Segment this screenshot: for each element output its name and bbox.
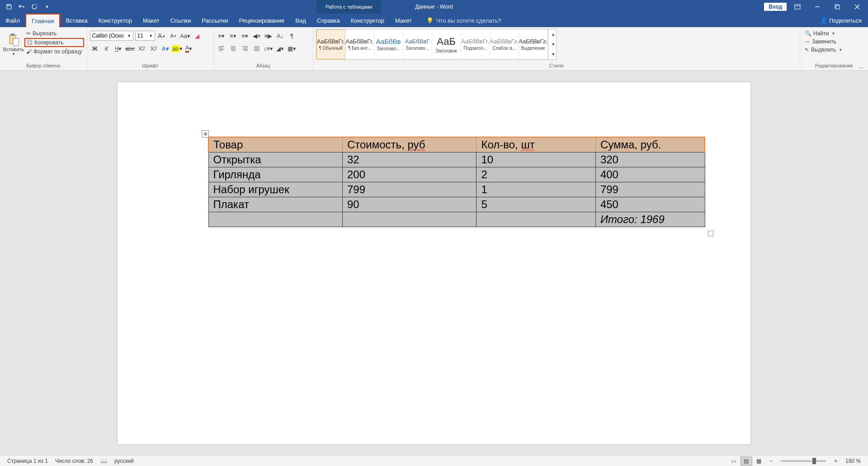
table-row[interactable]: Набор игрушек7991799: [208, 182, 705, 197]
style-nospacing[interactable]: АаБбВвГг,¶ Без инт...: [345, 29, 374, 59]
zoom-level[interactable]: 180 %: [842, 458, 864, 464]
login-button[interactable]: Вход: [764, 3, 787, 11]
increase-indent-icon[interactable]: ≡▶: [264, 31, 274, 41]
font-name-combo[interactable]: Calibri (Осно▼: [90, 31, 133, 41]
qat-customize-icon[interactable]: ▼: [42, 1, 52, 12]
clear-formatting-icon[interactable]: ◢: [192, 31, 202, 41]
styles-row-down-icon[interactable]: ▼: [548, 39, 558, 49]
show-marks-icon[interactable]: ¶: [287, 31, 297, 41]
tab-mailings[interactable]: Рассылки: [196, 14, 233, 27]
find-button[interactable]: 🔍Найти▼: [803, 30, 844, 37]
undo-icon[interactable]: [16, 1, 27, 12]
styles-gallery[interactable]: АаБбВвГг,¶ Обычный АаБбВвГг,¶ Без инт...…: [316, 29, 557, 60]
table-total-row[interactable]: Итого: 1969: [208, 212, 705, 227]
tab-view[interactable]: Вид: [290, 14, 311, 27]
table-row[interactable]: Гирлянда2002400: [208, 167, 705, 182]
grow-font-icon[interactable]: A▲: [157, 31, 167, 41]
highlight-icon[interactable]: ab▾: [172, 43, 182, 53]
align-center-icon[interactable]: [228, 43, 238, 53]
zoom-out-icon[interactable]: −: [766, 458, 776, 464]
web-layout-icon[interactable]: ▦: [753, 456, 765, 466]
close-icon[interactable]: [848, 0, 866, 14]
table-move-handle-icon[interactable]: ✥: [202, 130, 209, 138]
table-header-cell[interactable]: Товар: [208, 137, 342, 152]
font-color-icon[interactable]: A▾: [184, 43, 194, 53]
style-heading1[interactable]: АаБбВвЗаголово...: [374, 29, 403, 59]
table-resize-handle-icon[interactable]: [708, 231, 713, 236]
style-title[interactable]: АаБЗаголовок: [432, 29, 461, 59]
styles-more-icon[interactable]: ▼: [548, 49, 558, 59]
table-header-cell[interactable]: Стоимость, руб: [342, 137, 476, 152]
document-area[interactable]: ✥ Товар Стоимость, руб Кол-во, шт Сумма,…: [0, 71, 868, 455]
shrink-font-icon[interactable]: A▼: [169, 31, 179, 41]
copy-label: Копировать: [34, 39, 64, 46]
tab-table-layout[interactable]: Макет: [390, 14, 417, 27]
subscript-button[interactable]: X2: [137, 43, 147, 53]
multilevel-icon[interactable]: ≡▾: [240, 31, 250, 41]
collapse-ribbon-icon[interactable]: ︿: [859, 63, 864, 71]
tab-layout[interactable]: Макет: [137, 14, 165, 27]
cut-button[interactable]: ✂ Вырезать: [24, 30, 84, 37]
tab-home[interactable]: Главная: [25, 14, 60, 27]
status-page[interactable]: Страница 1 из 1: [4, 458, 52, 464]
superscript-button[interactable]: X2: [149, 43, 159, 53]
align-right-icon[interactable]: [240, 43, 250, 53]
style-normal[interactable]: АаБбВвГг,¶ Обычный: [316, 29, 345, 59]
data-table[interactable]: Товар Стоимость, руб Кол-во, шт Сумма, р…: [208, 137, 705, 227]
status-language[interactable]: русский: [111, 458, 137, 464]
style-subtitle[interactable]: АаБбВвГг,Подзагол...: [461, 29, 490, 59]
tab-references[interactable]: Ссылки: [165, 14, 197, 27]
align-left-icon[interactable]: [217, 43, 226, 53]
bullets-icon[interactable]: ≡▾: [217, 31, 226, 41]
justify-icon[interactable]: [252, 43, 262, 53]
tab-design[interactable]: Конструктор: [93, 14, 137, 27]
table-header-cell[interactable]: Сумма, руб.: [595, 137, 705, 152]
tab-table-design[interactable]: Конструктор: [345, 14, 390, 27]
paste-button[interactable]: Вставить ▼: [3, 29, 24, 60]
select-button[interactable]: ↖Выделить▼: [803, 46, 844, 53]
table-header-row[interactable]: Товар Стоимость, руб Кол-во, шт Сумма, р…: [208, 137, 705, 152]
zoom-in-icon[interactable]: +: [830, 458, 841, 464]
save-icon[interactable]: [4, 1, 14, 12]
redo-icon[interactable]: [29, 1, 40, 12]
tell-me-search[interactable]: 💡 Что вы хотите сделать?: [417, 14, 501, 27]
font-size-combo[interactable]: 11▼: [135, 31, 155, 41]
share-button[interactable]: 👤 Поделиться: [814, 14, 868, 27]
table-row[interactable]: Открытка3210320: [208, 152, 705, 167]
text-effects-icon[interactable]: A▾: [160, 43, 170, 53]
total-cell[interactable]: Итого: 1969: [595, 212, 705, 227]
tab-file[interactable]: Файл: [0, 14, 25, 27]
zoom-thumb[interactable]: [812, 458, 816, 464]
table-row[interactable]: Плакат905450: [208, 197, 705, 212]
tab-insert[interactable]: Вставка: [60, 14, 93, 27]
status-words[interactable]: Число слов: 26: [52, 458, 97, 464]
replace-button[interactable]: ↔Заменить: [803, 38, 844, 45]
tab-review[interactable]: Рецензирование: [234, 14, 290, 27]
numbering-icon[interactable]: ≡▾: [228, 31, 238, 41]
minimize-icon[interactable]: [808, 0, 826, 14]
change-case-icon[interactable]: Aa▾: [180, 31, 190, 41]
italic-button[interactable]: К: [102, 43, 112, 53]
table-header-cell[interactable]: Кол-во, шт: [476, 137, 596, 152]
sort-icon[interactable]: A↓: [275, 31, 285, 41]
format-painter-button[interactable]: 🖌 Формат по образцу: [24, 48, 84, 55]
bold-button[interactable]: Ж: [90, 43, 100, 53]
style-emphasis[interactable]: АаБбВвГг,Выделение: [519, 29, 548, 59]
line-spacing-icon[interactable]: ↕≡▾: [264, 43, 274, 53]
style-subtle[interactable]: АаБбВвГг,Слабое в...: [490, 29, 519, 59]
tab-help[interactable]: Справка: [311, 14, 345, 27]
ribbon-display-options-icon[interactable]: [788, 0, 807, 14]
read-mode-icon[interactable]: ▭: [728, 456, 740, 466]
style-heading2[interactable]: АаБбВвГЗаголово...: [403, 29, 432, 59]
copy-button[interactable]: ⿻ Копировать: [24, 38, 84, 47]
maximize-icon[interactable]: [828, 0, 846, 14]
spellcheck-icon[interactable]: 📖: [97, 458, 111, 464]
shading-icon[interactable]: ◢▾: [275, 43, 285, 53]
borders-icon[interactable]: ▦▾: [287, 43, 297, 53]
print-layout-icon[interactable]: ▤: [741, 456, 752, 466]
underline-button[interactable]: Ч▾: [113, 43, 123, 53]
zoom-slider[interactable]: [781, 460, 826, 462]
styles-row-up-icon[interactable]: ▲: [548, 29, 558, 39]
decrease-indent-icon[interactable]: ◀≡: [252, 31, 262, 41]
strikethrough-button[interactable]: abc: [125, 43, 135, 53]
